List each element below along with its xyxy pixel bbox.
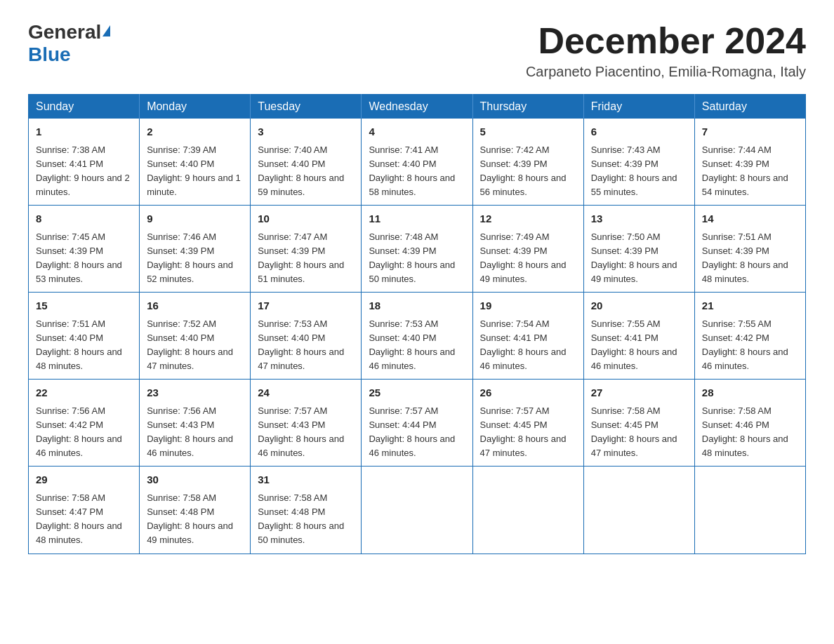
day-number: 26	[480, 385, 576, 401]
day-info: Sunrise: 7:52 AMSunset: 4:40 PMDaylight:…	[147, 318, 233, 371]
table-row	[583, 467, 694, 554]
day-info: Sunrise: 7:55 AMSunset: 4:42 PMDaylight:…	[702, 318, 788, 371]
day-number: 9	[147, 211, 243, 227]
table-row: 16 Sunrise: 7:52 AMSunset: 4:40 PMDaylig…	[140, 293, 251, 380]
title-area: December 2024 Carpaneto Piacentino, Emil…	[526, 21, 806, 80]
table-row: 30 Sunrise: 7:58 AMSunset: 4:48 PMDaylig…	[140, 467, 251, 554]
day-number: 13	[591, 211, 687, 227]
table-row: 2 Sunrise: 7:39 AMSunset: 4:40 PMDayligh…	[140, 119, 251, 206]
calendar-week-row: 1 Sunrise: 7:38 AMSunset: 4:41 PMDayligh…	[29, 119, 806, 206]
day-info: Sunrise: 7:47 AMSunset: 4:39 PMDaylight:…	[258, 232, 344, 284]
weekday-header-row: Sunday Monday Tuesday Wednesday Thursday…	[29, 95, 806, 119]
table-row: 19 Sunrise: 7:54 AMSunset: 4:41 PMDaylig…	[472, 293, 583, 380]
table-row: 14 Sunrise: 7:51 AMSunset: 4:39 PMDaylig…	[694, 206, 805, 293]
day-info: Sunrise: 7:58 AMSunset: 4:45 PMDaylight:…	[591, 405, 677, 458]
day-info: Sunrise: 7:56 AMSunset: 4:42 PMDaylight:…	[36, 405, 122, 458]
day-info: Sunrise: 7:58 AMSunset: 4:48 PMDaylight:…	[258, 492, 344, 545]
day-info: Sunrise: 7:40 AMSunset: 4:40 PMDaylight:…	[258, 145, 344, 197]
day-number: 22	[36, 385, 132, 401]
table-row: 26 Sunrise: 7:57 AMSunset: 4:45 PMDaylig…	[472, 380, 583, 467]
day-number: 15	[36, 298, 132, 314]
page-header: General Blue December 2024 Carpaneto Pia…	[28, 21, 806, 80]
table-row: 6 Sunrise: 7:43 AMSunset: 4:39 PMDayligh…	[583, 119, 694, 206]
table-row: 28 Sunrise: 7:58 AMSunset: 4:46 PMDaylig…	[694, 380, 805, 467]
day-number: 19	[480, 298, 576, 314]
day-info: Sunrise: 7:57 AMSunset: 4:45 PMDaylight:…	[480, 405, 567, 458]
day-info: Sunrise: 7:57 AMSunset: 4:44 PMDaylight:…	[369, 405, 455, 458]
day-number: 10	[258, 211, 354, 227]
day-number: 24	[258, 385, 354, 401]
table-row: 7 Sunrise: 7:44 AMSunset: 4:39 PMDayligh…	[694, 119, 805, 206]
calendar-week-row: 29 Sunrise: 7:58 AMSunset: 4:47 PMDaylig…	[29, 467, 806, 554]
header-friday: Friday	[583, 95, 694, 119]
table-row: 5 Sunrise: 7:42 AMSunset: 4:39 PMDayligh…	[472, 119, 583, 206]
table-row: 21 Sunrise: 7:55 AMSunset: 4:42 PMDaylig…	[694, 293, 805, 380]
location-title: Carpaneto Piacentino, Emilia-Romagna, It…	[526, 64, 806, 80]
table-row: 24 Sunrise: 7:57 AMSunset: 4:43 PMDaylig…	[251, 380, 362, 467]
day-info: Sunrise: 7:38 AMSunset: 4:41 PMDaylight:…	[36, 145, 130, 197]
table-row: 18 Sunrise: 7:53 AMSunset: 4:40 PMDaylig…	[362, 293, 472, 380]
day-info: Sunrise: 7:45 AMSunset: 4:39 PMDaylight:…	[36, 232, 122, 284]
table-row: 3 Sunrise: 7:40 AMSunset: 4:40 PMDayligh…	[251, 119, 362, 206]
day-number: 28	[702, 385, 798, 401]
day-info: Sunrise: 7:44 AMSunset: 4:39 PMDaylight:…	[702, 145, 788, 197]
logo-blue: Blue	[28, 43, 71, 65]
day-info: Sunrise: 7:58 AMSunset: 4:47 PMDaylight:…	[36, 492, 122, 545]
day-number: 29	[36, 472, 132, 488]
table-row: 9 Sunrise: 7:46 AMSunset: 4:39 PMDayligh…	[140, 206, 251, 293]
header-saturday: Saturday	[694, 95, 805, 119]
day-info: Sunrise: 7:48 AMSunset: 4:39 PMDaylight:…	[369, 232, 455, 284]
day-number: 27	[591, 385, 687, 401]
day-info: Sunrise: 7:57 AMSunset: 4:43 PMDaylight:…	[258, 405, 344, 458]
day-number: 8	[36, 211, 132, 227]
calendar-week-row: 8 Sunrise: 7:45 AMSunset: 4:39 PMDayligh…	[29, 206, 806, 293]
day-info: Sunrise: 7:49 AMSunset: 4:39 PMDaylight:…	[480, 232, 567, 284]
calendar-week-row: 22 Sunrise: 7:56 AMSunset: 4:42 PMDaylig…	[29, 380, 806, 467]
table-row	[362, 467, 472, 554]
table-row: 23 Sunrise: 7:56 AMSunset: 4:43 PMDaylig…	[140, 380, 251, 467]
day-number: 23	[147, 385, 243, 401]
table-row: 20 Sunrise: 7:55 AMSunset: 4:41 PMDaylig…	[583, 293, 694, 380]
table-row: 11 Sunrise: 7:48 AMSunset: 4:39 PMDaylig…	[362, 206, 472, 293]
table-row: 8 Sunrise: 7:45 AMSunset: 4:39 PMDayligh…	[29, 206, 140, 293]
table-row: 10 Sunrise: 7:47 AMSunset: 4:39 PMDaylig…	[251, 206, 362, 293]
table-row: 13 Sunrise: 7:50 AMSunset: 4:39 PMDaylig…	[583, 206, 694, 293]
logo-general: General	[28, 21, 101, 43]
table-row	[694, 467, 805, 554]
table-row: 17 Sunrise: 7:53 AMSunset: 4:40 PMDaylig…	[251, 293, 362, 380]
day-number: 31	[258, 472, 354, 488]
day-info: Sunrise: 7:41 AMSunset: 4:40 PMDaylight:…	[369, 145, 455, 197]
day-number: 11	[369, 211, 465, 227]
logo-triangle-icon	[102, 25, 110, 36]
table-row: 12 Sunrise: 7:49 AMSunset: 4:39 PMDaylig…	[472, 206, 583, 293]
day-number: 18	[369, 298, 465, 314]
header-sunday: Sunday	[29, 95, 140, 119]
table-row: 15 Sunrise: 7:51 AMSunset: 4:40 PMDaylig…	[29, 293, 140, 380]
header-wednesday: Wednesday	[362, 95, 472, 119]
day-number: 12	[480, 211, 576, 227]
table-row	[472, 467, 583, 554]
day-number: 2	[147, 124, 243, 140]
day-info: Sunrise: 7:42 AMSunset: 4:39 PMDaylight:…	[480, 145, 567, 197]
month-title: December 2024	[526, 21, 806, 61]
day-number: 20	[591, 298, 687, 314]
day-info: Sunrise: 7:46 AMSunset: 4:39 PMDaylight:…	[147, 232, 233, 284]
day-number: 21	[702, 298, 798, 314]
day-info: Sunrise: 7:55 AMSunset: 4:41 PMDaylight:…	[591, 318, 677, 371]
day-number: 16	[147, 298, 243, 314]
day-number: 17	[258, 298, 354, 314]
day-number: 30	[147, 472, 243, 488]
day-info: Sunrise: 7:39 AMSunset: 4:40 PMDaylight:…	[147, 145, 241, 197]
table-row: 29 Sunrise: 7:58 AMSunset: 4:47 PMDaylig…	[29, 467, 140, 554]
table-row: 22 Sunrise: 7:56 AMSunset: 4:42 PMDaylig…	[29, 380, 140, 467]
day-number: 14	[702, 211, 798, 227]
table-row: 27 Sunrise: 7:58 AMSunset: 4:45 PMDaylig…	[583, 380, 694, 467]
day-info: Sunrise: 7:58 AMSunset: 4:48 PMDaylight:…	[147, 492, 233, 545]
day-info: Sunrise: 7:56 AMSunset: 4:43 PMDaylight:…	[147, 405, 233, 458]
day-number: 4	[369, 124, 465, 140]
day-number: 7	[702, 124, 798, 140]
day-number: 5	[480, 124, 576, 140]
day-info: Sunrise: 7:53 AMSunset: 4:40 PMDaylight:…	[369, 318, 455, 371]
day-info: Sunrise: 7:50 AMSunset: 4:39 PMDaylight:…	[591, 232, 677, 284]
day-number: 3	[258, 124, 354, 140]
